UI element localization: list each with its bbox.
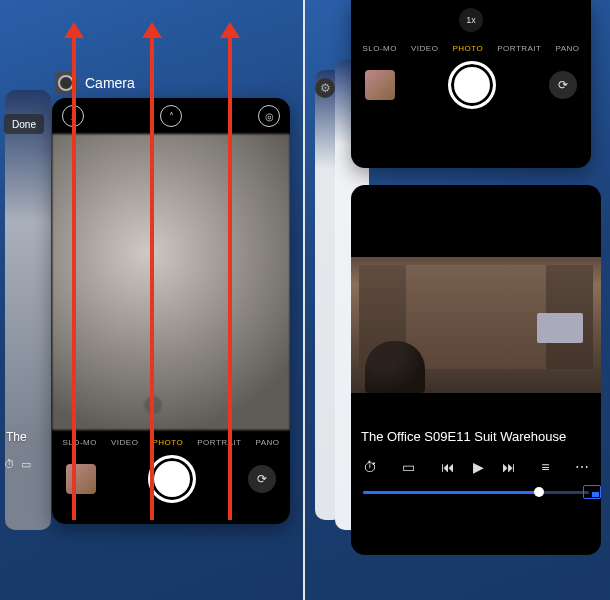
shutter-button[interactable] xyxy=(448,61,496,109)
photo-thumbnail[interactable] xyxy=(66,464,96,494)
play-icon[interactable]: ▶ xyxy=(473,459,484,475)
camera-viewfinder xyxy=(52,134,290,430)
aspect-icon[interactable]: ▭ xyxy=(402,459,415,475)
camera-topbar: ⚡︎ ˄ ◎ xyxy=(52,98,290,134)
background-title-truncated: The xyxy=(6,430,27,444)
left-panel: Done The ⏱ ▭ Camera ⚡︎ ˄ ◎ SLO-MO VIDEO … xyxy=(0,0,305,600)
clock-icon[interactable]: ⏱ xyxy=(4,458,15,471)
window-icon[interactable]: ▭ xyxy=(21,458,31,471)
camera-mode-strip[interactable]: SLO-MO VIDEO PHOTO PORTRAIT PANO xyxy=(52,430,290,451)
next-track-icon[interactable]: ⏭ xyxy=(502,459,516,475)
camera-app-card-dismissing[interactable]: 1x SLO-MO VIDEO PHOTO PORTRAIT PANO ⟳ xyxy=(351,0,591,168)
camera-swap-icon[interactable]: ⟳ xyxy=(549,71,577,99)
mode-portrait[interactable]: PORTRAIT xyxy=(497,44,541,53)
camera-swap-icon[interactable]: ⟳ xyxy=(248,465,276,493)
mode-pano[interactable]: PANO xyxy=(556,44,580,53)
chevron-up-icon[interactable]: ˄ xyxy=(160,105,182,127)
right-panel: ⚙ 1x SLO-MO VIDEO PHOTO PORTRAIT PANO ⟳ … xyxy=(305,0,610,600)
mode-video[interactable]: VIDEO xyxy=(111,438,138,447)
swipe-up-arrow xyxy=(72,26,76,520)
swipe-up-arrow xyxy=(228,26,232,520)
progress-bar[interactable] xyxy=(363,491,589,494)
mode-slo-mo[interactable]: SLO-MO xyxy=(362,44,397,53)
video-frame xyxy=(351,257,601,393)
background-player-controls: ⏱ ▭ xyxy=(4,458,31,471)
video-player-card[interactable]: The Office S09E11 Suit Warehouse ⏱ ▭ ⏮ ▶… xyxy=(351,185,601,555)
video-title: The Office S09E11 Suit Warehouse xyxy=(361,429,566,444)
camera-shutter-row: ⟳ xyxy=(351,57,591,123)
swipe-up-arrow xyxy=(150,26,154,520)
video-detail xyxy=(365,341,425,393)
mode-portrait[interactable]: PORTRAIT xyxy=(197,438,241,447)
mode-slo-mo[interactable]: SLO-MO xyxy=(62,438,97,447)
progress-fill xyxy=(363,491,539,494)
video-transport-bar: ⏱ ▭ ⏮ ▶ ⏭ ≡ ⋯ xyxy=(351,459,601,475)
camera-topbar: 1x xyxy=(351,0,591,36)
app-switcher-title: Camera xyxy=(55,72,135,94)
camera-app-card[interactable]: ⚡︎ ˄ ◎ SLO-MO VIDEO PHOTO PORTRAIT PANO … xyxy=(52,98,290,524)
done-button[interactable]: Done xyxy=(4,114,44,134)
more-icon[interactable]: ⋯ xyxy=(575,459,589,475)
live-photo-icon[interactable]: ◎ xyxy=(258,105,280,127)
camera-shutter-row: ⟳ xyxy=(52,451,290,517)
video-detail xyxy=(537,313,583,343)
clock-icon[interactable]: ⏱ xyxy=(363,459,377,475)
prev-track-icon[interactable]: ⏮ xyxy=(441,459,455,475)
app-label: Camera xyxy=(85,75,135,91)
mode-photo[interactable]: PHOTO xyxy=(152,438,183,447)
zoom-badge[interactable]: 1x xyxy=(459,8,483,32)
progress-knob[interactable] xyxy=(534,487,544,497)
mode-video[interactable]: VIDEO xyxy=(411,44,438,53)
pip-icon[interactable] xyxy=(583,485,601,499)
shutter-button[interactable] xyxy=(148,455,196,503)
mode-photo[interactable]: PHOTO xyxy=(452,44,483,53)
mode-pano[interactable]: PANO xyxy=(256,438,280,447)
camera-mode-strip[interactable]: SLO-MO VIDEO PHOTO PORTRAIT PANO xyxy=(351,36,591,57)
eq-icon[interactable]: ≡ xyxy=(541,459,549,475)
settings-icon[interactable]: ⚙ xyxy=(315,78,335,98)
photo-thumbnail[interactable] xyxy=(365,70,395,100)
